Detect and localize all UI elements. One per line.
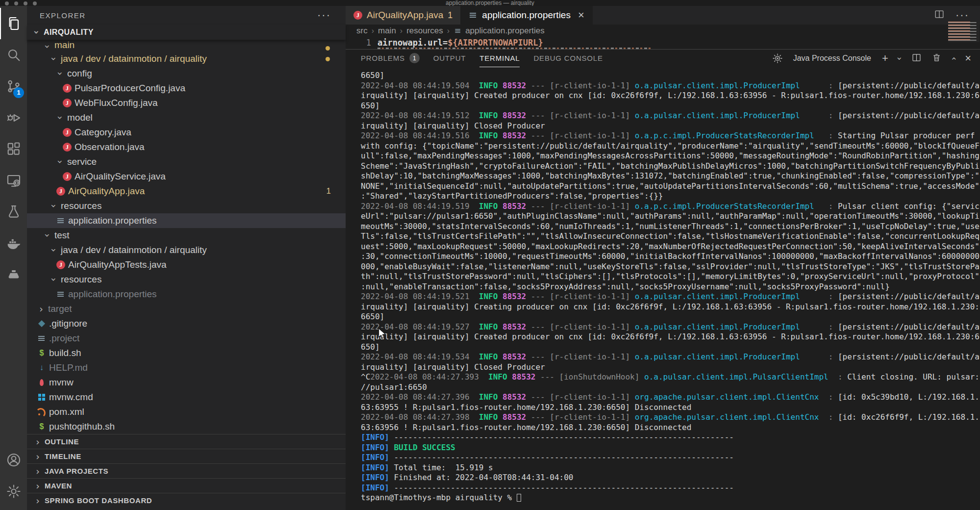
chevron-down-icon: › [50, 55, 58, 63]
editor[interactable]: 1 airnowapi.url=${AIRPORTNOWAPIURL} [346, 37, 980, 49]
panel-tab-terminal[interactable]: TERMINAL [479, 50, 520, 67]
breadcrumb-item-src[interactable]: src [356, 26, 368, 36]
activity-extensions-icon[interactable] [0, 133, 27, 165]
terminal-line: 2022-04-08 08:44:19.521 INFO 88532 --- [… [361, 292, 980, 302]
chevron-right-icon: › [34, 467, 42, 475]
terminal-line: 000,"enableBusyWait":false,"listenerName… [361, 262, 980, 272]
folder-test[interactable]: ›test [27, 228, 346, 243]
line-number: 1 [346, 37, 371, 49]
item-label: java / dev / datainmotion / airquality [61, 245, 207, 255]
tab-application-properties[interactable]: application.properties × [461, 6, 592, 25]
item-label: HELP.md [49, 362, 88, 373]
panel-tab-output[interactable]: OUTPUT [433, 50, 466, 67]
breadcrumb-separator: › [400, 26, 402, 35]
activity-remote-explorer-icon[interactable] [0, 165, 27, 196]
item-label: config [67, 68, 92, 79]
terminal-line: 63:63956 ! R:pulsar1.fios-router.home/19… [361, 423, 980, 433]
java-file-icon [63, 172, 72, 181]
folder-config[interactable]: ›config [27, 66, 346, 81]
activity-docker-icon[interactable] [0, 228, 27, 259]
folder-service[interactable]: ›service [27, 154, 346, 169]
terminal-line: irquality] [airquality] Created producer… [361, 332, 980, 342]
activity-source-control-icon[interactable]: 1 [0, 71, 27, 102]
file-pushtogithub-sh[interactable]: pushtogithub.sh [27, 419, 346, 434]
terminal-line: 2022-04-08 08:44:19.516 INFO 88532 --- [… [361, 131, 980, 141]
split-terminal-icon[interactable] [911, 52, 922, 65]
new-terminal-icon[interactable]: + [882, 53, 888, 64]
activity-dev-containers-icon[interactable] [0, 259, 27, 290]
tab-airqualityapp-java[interactable]: AirQualityApp.java 1 [346, 6, 461, 25]
file-pulsarproducerconfig-java[interactable]: PulsarProducerConfig.java [27, 81, 346, 96]
terminal-line: irquality] [airquality] Closed Producer [361, 121, 980, 131]
item-label: main [54, 40, 75, 51]
panel-tab-problems[interactable]: PROBLEMS1 [361, 50, 420, 67]
file-project[interactable]: .project [27, 331, 346, 346]
chevron-down-icon[interactable]: › [895, 56, 905, 60]
activity-testing-icon[interactable] [0, 196, 27, 228]
java-process-console-icon [772, 52, 783, 64]
modified-dot-badge [326, 57, 330, 61]
more-actions-icon[interactable]: ··· [317, 13, 331, 18]
folder-resources[interactable]: ›resources [27, 272, 346, 287]
file-mvnw-cmd[interactable]: mvnw.cmd [27, 390, 346, 405]
terminal-line: ull":false,"maxPendingMessages":1000,"ma… [361, 151, 980, 161]
tab-label: AirQualityApp.java [367, 10, 443, 21]
java-file-icon [56, 260, 65, 269]
chevron-right-icon: › [34, 482, 42, 490]
file-application-properties[interactable]: application.properties [27, 287, 346, 302]
folder-target[interactable]: ›target [27, 302, 346, 316]
file-webfluxconfig-java[interactable]: WebFluxConfig.java [27, 96, 346, 110]
terminal-line: :"Shared","lazyStartPartitionedProducers… [361, 191, 980, 202]
file-observation-java[interactable]: Observation.java [27, 140, 346, 154]
activity-settings-icon[interactable] [0, 476, 27, 507]
terminal-line: [INFO] ---------------------------------… [361, 453, 980, 463]
section-spring-boot-dashboard[interactable]: ›SPRING BOOT DASHBOARD [27, 493, 346, 508]
file-build-sh[interactable]: build.sh [27, 346, 346, 360]
breadcrumb-item-resources[interactable]: resources [406, 26, 443, 36]
section-maven[interactable]: ›MAVEN [27, 478, 346, 493]
file-airqualityservice-java[interactable]: AirQualityService.java [27, 169, 346, 184]
section-outline[interactable]: ›OUTLINE [27, 434, 346, 449]
file-airqualityapp-java[interactable]: AirQualityApp.java1 [27, 184, 346, 199]
section-timeline[interactable]: ›TIMELINE [27, 449, 346, 463]
activity-run-and-debug-icon[interactable] [0, 102, 27, 133]
file-pom-xml[interactable]: pom.xml [27, 405, 346, 419]
file-mvnw[interactable]: mvnw [27, 375, 346, 390]
panel-actions: Java Process Console + › › × [772, 52, 971, 65]
java-file-icon [63, 84, 72, 93]
close-panel-icon[interactable]: × [965, 53, 971, 64]
folder-main[interactable]: ›main [27, 40, 346, 51]
activity-explorer-icon[interactable] [0, 8, 27, 39]
file-application-properties[interactable]: application.properties [27, 213, 346, 228]
terminal[interactable]: 6650]2022-04-08 08:44:19.504 INFO 88532 … [346, 67, 980, 510]
split-editor-icon[interactable] [934, 9, 945, 22]
chevron-down-icon: › [50, 202, 58, 210]
folder-java-dev-datainmotion-airquality[interactable]: ›java / dev / datainmotion / airquality [27, 243, 346, 257]
folder-model[interactable]: ›model [27, 110, 346, 125]
root-folder-row[interactable]: › AIRQUALITY [27, 25, 346, 40]
close-icon[interactable]: × [578, 9, 584, 22]
breadcrumb-item-application-properties[interactable]: application.properties [465, 26, 545, 36]
more-actions-icon[interactable]: ··· [955, 13, 969, 18]
activity-accounts-icon[interactable] [0, 444, 27, 476]
folder-java-dev-datainmotion-airquality[interactable]: ›java / dev / datainmotion / airquality [27, 51, 346, 66]
file-help-md[interactable]: HELP.md [27, 360, 346, 375]
file-airqualityapptests-java[interactable]: AirQualityAppTests.java [27, 257, 346, 272]
terminal-line: 2022-04-08 08:44:27.398 INFO 88532 --- [… [361, 412, 980, 423]
breadcrumb-item-main[interactable]: main [378, 26, 396, 36]
terminal-line: 2022-04-08 08:44:27.396 INFO 88532 --- [… [361, 392, 980, 403]
file-gitignore[interactable]: .gitignore [27, 316, 346, 331]
kill-terminal-icon[interactable] [931, 52, 942, 65]
minimap[interactable] [948, 22, 980, 42]
panel-tab-debug-console[interactable]: DEBUG CONSOLE [533, 50, 603, 67]
activity-search-icon[interactable] [0, 39, 27, 71]
maximize-panel-icon[interactable]: › [948, 56, 958, 60]
folder-resources[interactable]: ›resources [27, 199, 346, 213]
section-label: SPRING BOOT DASHBOARD [45, 496, 152, 505]
file-category-java[interactable]: Category.java [27, 125, 346, 140]
sh-file-icon [37, 349, 46, 357]
chevron-right-icon: › [37, 305, 45, 313]
section-label: OUTLINE [45, 437, 79, 446]
item-label: AirQualityAppTests.java [68, 259, 167, 270]
section-java-projects[interactable]: ›JAVA PROJECTS [27, 463, 346, 478]
